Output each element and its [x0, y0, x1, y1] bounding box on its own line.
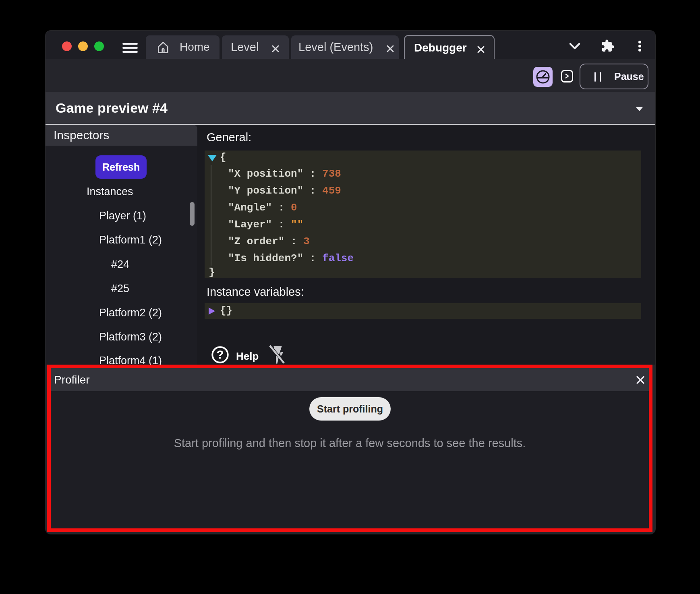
svg-text:?: ?: [216, 348, 224, 361]
